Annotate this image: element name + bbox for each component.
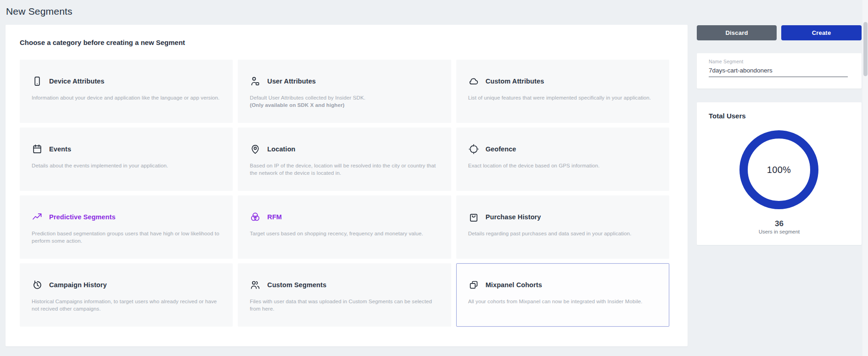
location-icon	[250, 144, 261, 155]
mixpanel-cohorts-icon	[468, 279, 479, 290]
category-panel: Choose a category before creating a new …	[6, 25, 688, 346]
card-description: Details regarding past purchases and dat…	[468, 230, 657, 237]
custom-attributes-icon	[468, 76, 479, 87]
card-title: Geofence	[486, 145, 516, 153]
card-description-bold-line: (Only available on SDK X and higher)	[250, 101, 439, 109]
card-title: Events	[49, 145, 71, 153]
card-description: Target users based on shopping recency, …	[250, 230, 439, 237]
category-card-user-attributes[interactable]: User Attributes Default User Attributes …	[238, 60, 451, 123]
card-title: Mixpanel Cohorts	[486, 281, 542, 289]
name-segment-label: Name Segment	[709, 59, 848, 64]
rfm-icon	[250, 211, 261, 222]
card-title: Campaign History	[49, 281, 107, 289]
category-card-geofence[interactable]: Geofence Exact location of the device ba…	[456, 128, 669, 191]
category-card-predictive-segments[interactable]: Predictive Segments Prediction based seg…	[20, 195, 233, 259]
category-card-location[interactable]: Location Based on IP of the device, loca…	[238, 128, 451, 191]
card-description: Information about your device and applic…	[32, 94, 221, 101]
campaign-history-icon	[32, 279, 43, 290]
card-title: Location	[267, 145, 295, 153]
card-description: List of unique features that were implem…	[468, 94, 657, 101]
category-card-mixpanel-cohorts[interactable]: Mixpanel Cohorts All your cohorts from M…	[456, 263, 669, 327]
card-title: RFM	[267, 213, 282, 221]
page-title: New Segments	[6, 6, 73, 17]
card-description: Default User Attributes collected by Ins…	[250, 94, 439, 109]
card-description: Historical Campaigns information, to tar…	[32, 298, 221, 312]
category-card-custom-segments[interactable]: Custom Segments Files with user data tha…	[238, 263, 451, 327]
category-card-rfm[interactable]: RFM Target users based on shopping recen…	[238, 195, 451, 259]
category-card-custom-attributes[interactable]: Custom Attributes List of unique feature…	[456, 60, 669, 123]
card-title: Purchase History	[486, 213, 541, 221]
user-attributes-icon	[250, 76, 261, 87]
card-description: Prediction based segmentation groups use…	[32, 230, 221, 245]
page-scrollbar-thumb[interactable]	[863, 22, 868, 76]
card-title: Custom Attributes	[486, 78, 544, 85]
card-description: All your cohorts from Mixpanel can now b…	[468, 298, 657, 305]
discard-button[interactable]: Discard	[697, 25, 777, 40]
device-attributes-icon	[32, 76, 43, 87]
card-title: Custom Segments	[267, 281, 326, 289]
custom-segments-icon	[250, 279, 261, 290]
geofence-icon	[468, 144, 479, 155]
card-description-line: Default User Attributes collected by Ins…	[250, 95, 365, 100]
donut-percent-label: 100%	[767, 165, 791, 175]
users-count-caption: Users in segment	[697, 229, 862, 234]
users-count: 36	[697, 219, 862, 228]
total-users-heading: Total Users	[709, 112, 746, 120]
category-card-device-attributes[interactable]: Device Attributes Information about your…	[20, 60, 233, 123]
name-segment-card: Name Segment	[697, 53, 862, 89]
total-users-card: Total Users 100% 36 Users in segment	[697, 102, 862, 245]
card-description: Details about the events implemented in …	[32, 162, 221, 169]
page-scrollbar-track[interactable]	[862, 0, 868, 356]
purchase-history-icon	[468, 211, 479, 222]
category-card-campaign-history[interactable]: Campaign History Historical Campaigns in…	[20, 263, 233, 327]
card-title: Device Attributes	[49, 78, 104, 85]
card-description: Based on IP of the device, location will…	[250, 162, 439, 177]
card-title: User Attributes	[267, 78, 316, 85]
card-description: Files with user data that was uploaded i…	[250, 298, 439, 312]
panel-heading: Choose a category before creating a new …	[20, 39, 185, 46]
category-card-events[interactable]: Events Details about the events implemen…	[20, 128, 233, 191]
card-description: Exact location of the device based on GP…	[468, 162, 657, 169]
category-grid: Device Attributes Information about your…	[20, 60, 669, 327]
predictive-segments-icon	[32, 211, 43, 222]
name-segment-input[interactable]	[709, 67, 848, 77]
total-users-donut-chart: 100%	[739, 130, 818, 209]
category-card-purchase-history[interactable]: Purchase History Details regarding past …	[456, 195, 669, 259]
events-icon	[32, 144, 43, 155]
create-button[interactable]: Create	[781, 25, 862, 40]
card-title: Predictive Segments	[49, 213, 116, 221]
